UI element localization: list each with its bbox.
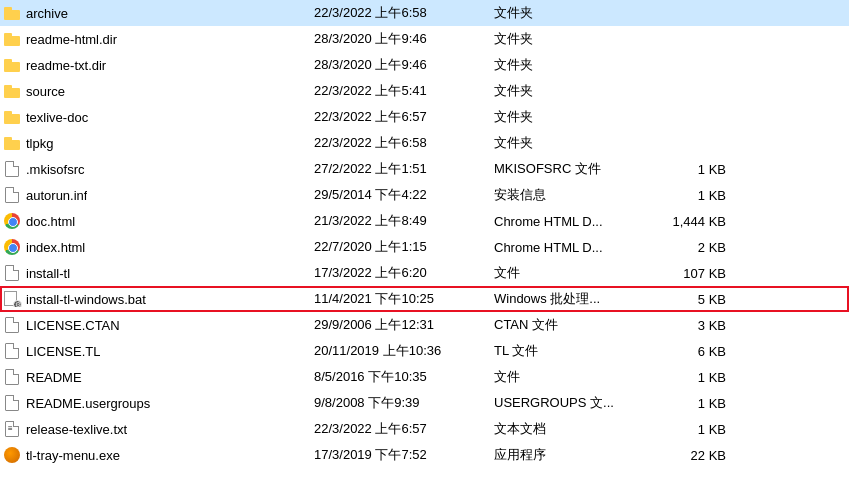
file-type: Chrome HTML D... bbox=[494, 240, 654, 255]
table-row[interactable]: doc.html21/3/2022 上午8:49Chrome HTML D...… bbox=[0, 208, 849, 234]
file-icon bbox=[4, 265, 20, 281]
file-name: readme-html.dir bbox=[26, 32, 117, 47]
file-type: 文件夹 bbox=[494, 108, 654, 126]
file-size: 1,444 KB bbox=[654, 214, 734, 229]
file-type: 文件夹 bbox=[494, 134, 654, 152]
folder-icon bbox=[4, 57, 20, 73]
file-name-cell: README.usergroups bbox=[4, 395, 314, 411]
file-name-cell: source bbox=[4, 83, 314, 99]
file-type: Chrome HTML D... bbox=[494, 214, 654, 229]
file-size: 3 KB bbox=[654, 318, 734, 333]
file-type: 应用程序 bbox=[494, 446, 654, 464]
file-name-cell: doc.html bbox=[4, 213, 314, 229]
file-name-cell: readme-txt.dir bbox=[4, 57, 314, 73]
file-name: .mkisofsrc bbox=[26, 162, 85, 177]
file-name: source bbox=[26, 84, 65, 99]
file-icon bbox=[4, 343, 20, 359]
file-name: LICENSE.TL bbox=[26, 344, 100, 359]
file-size: 1 KB bbox=[654, 370, 734, 385]
table-row[interactable]: release-texlive.txt22/3/2022 上午6:57文本文档1… bbox=[0, 416, 849, 442]
file-name-cell: .mkisofsrc bbox=[4, 161, 314, 177]
file-size: 1 KB bbox=[654, 188, 734, 203]
file-name-cell: LICENSE.TL bbox=[4, 343, 314, 359]
file-date: 20/11/2019 上午10:36 bbox=[314, 342, 494, 360]
file-name-cell: archive bbox=[4, 5, 314, 21]
file-date: 28/3/2020 上午9:46 bbox=[314, 56, 494, 74]
file-name-cell: release-texlive.txt bbox=[4, 421, 314, 437]
file-date: 22/7/2020 上午1:15 bbox=[314, 238, 494, 256]
file-type: 安装信息 bbox=[494, 186, 654, 204]
table-row[interactable]: tl-tray-menu.exe17/3/2019 下午7:52应用程序22 K… bbox=[0, 442, 849, 468]
folder-icon bbox=[4, 135, 20, 151]
chrome-icon bbox=[4, 213, 20, 229]
table-row[interactable]: LICENSE.TL20/11/2019 上午10:36TL 文件6 KB bbox=[0, 338, 849, 364]
file-name: index.html bbox=[26, 240, 85, 255]
file-name: install-tl-windows.bat bbox=[26, 292, 146, 307]
file-size: 5 KB bbox=[654, 292, 734, 307]
table-row[interactable]: archive22/3/2022 上午6:58文件夹 bbox=[0, 0, 849, 26]
file-date: 22/3/2022 上午6:58 bbox=[314, 134, 494, 152]
file-date: 29/9/2006 上午12:31 bbox=[314, 316, 494, 334]
table-row[interactable]: ⚙install-tl-windows.bat11/4/2021 下午10:25… bbox=[0, 286, 849, 312]
file-name-cell: README bbox=[4, 369, 314, 385]
file-date: 21/3/2022 上午8:49 bbox=[314, 212, 494, 230]
table-row[interactable]: .mkisofsrc27/2/2022 上午1:51MKISOFSRC 文件1 … bbox=[0, 156, 849, 182]
file-name-cell: ⚙install-tl-windows.bat bbox=[4, 291, 314, 307]
file-name: doc.html bbox=[26, 214, 75, 229]
table-row[interactable]: install-tl17/3/2022 上午6:20文件107 KB bbox=[0, 260, 849, 286]
file-name: archive bbox=[26, 6, 68, 21]
file-type: TL 文件 bbox=[494, 342, 654, 360]
file-date: 17/3/2022 上午6:20 bbox=[314, 264, 494, 282]
file-name-cell: index.html bbox=[4, 239, 314, 255]
file-type: 文件夹 bbox=[494, 56, 654, 74]
txt-icon bbox=[4, 421, 20, 437]
table-row[interactable]: texlive-doc22/3/2022 上午6:57文件夹 bbox=[0, 104, 849, 130]
folder-icon bbox=[4, 109, 20, 125]
file-name: LICENSE.CTAN bbox=[26, 318, 120, 333]
file-type: 文件 bbox=[494, 368, 654, 386]
file-date: 29/5/2014 下午4:22 bbox=[314, 186, 494, 204]
file-icon bbox=[4, 369, 20, 385]
file-name: README bbox=[26, 370, 82, 385]
file-date: 8/5/2016 下午10:35 bbox=[314, 368, 494, 386]
file-type: Windows 批处理... bbox=[494, 290, 654, 308]
file-date: 22/3/2022 上午6:57 bbox=[314, 108, 494, 126]
file-name-cell: readme-html.dir bbox=[4, 31, 314, 47]
file-date: 22/3/2022 上午6:57 bbox=[314, 420, 494, 438]
table-row[interactable]: source22/3/2022 上午5:41文件夹 bbox=[0, 78, 849, 104]
table-row[interactable]: readme-txt.dir28/3/2020 上午9:46文件夹 bbox=[0, 52, 849, 78]
file-date: 22/3/2022 上午5:41 bbox=[314, 82, 494, 100]
file-icon bbox=[4, 187, 20, 203]
table-row[interactable]: autorun.inf29/5/2014 下午4:22安装信息1 KB bbox=[0, 182, 849, 208]
table-row[interactable]: index.html22/7/2020 上午1:15Chrome HTML D.… bbox=[0, 234, 849, 260]
file-type: 文本文档 bbox=[494, 420, 654, 438]
file-type: 文件夹 bbox=[494, 30, 654, 48]
file-size: 2 KB bbox=[654, 240, 734, 255]
table-row[interactable]: README8/5/2016 下午10:35文件1 KB bbox=[0, 364, 849, 390]
file-date: 27/2/2022 上午1:51 bbox=[314, 160, 494, 178]
file-name: install-tl bbox=[26, 266, 70, 281]
table-row[interactable]: LICENSE.CTAN29/9/2006 上午12:31CTAN 文件3 KB bbox=[0, 312, 849, 338]
file-icon bbox=[4, 317, 20, 333]
file-icon bbox=[4, 395, 20, 411]
folder-icon bbox=[4, 31, 20, 47]
file-name: tlpkg bbox=[26, 136, 53, 151]
file-date: 17/3/2019 下午7:52 bbox=[314, 446, 494, 464]
file-date: 11/4/2021 下午10:25 bbox=[314, 290, 494, 308]
file-name: tl-tray-menu.exe bbox=[26, 448, 120, 463]
file-size: 1 KB bbox=[654, 396, 734, 411]
table-row[interactable]: tlpkg22/3/2022 上午6:58文件夹 bbox=[0, 130, 849, 156]
file-name-cell: install-tl bbox=[4, 265, 314, 281]
file-type: MKISOFSRC 文件 bbox=[494, 160, 654, 178]
file-icon bbox=[4, 161, 20, 177]
table-row[interactable]: readme-html.dir28/3/2020 上午9:46文件夹 bbox=[0, 26, 849, 52]
chrome-icon bbox=[4, 239, 20, 255]
file-name: release-texlive.txt bbox=[26, 422, 127, 437]
folder-icon bbox=[4, 5, 20, 21]
bat-icon: ⚙ bbox=[4, 291, 20, 307]
file-name-cell: LICENSE.CTAN bbox=[4, 317, 314, 333]
file-type: 文件 bbox=[494, 264, 654, 282]
file-type: 文件夹 bbox=[494, 82, 654, 100]
file-date: 9/8/2008 下午9:39 bbox=[314, 394, 494, 412]
table-row[interactable]: README.usergroups9/8/2008 下午9:39USERGROU… bbox=[0, 390, 849, 416]
